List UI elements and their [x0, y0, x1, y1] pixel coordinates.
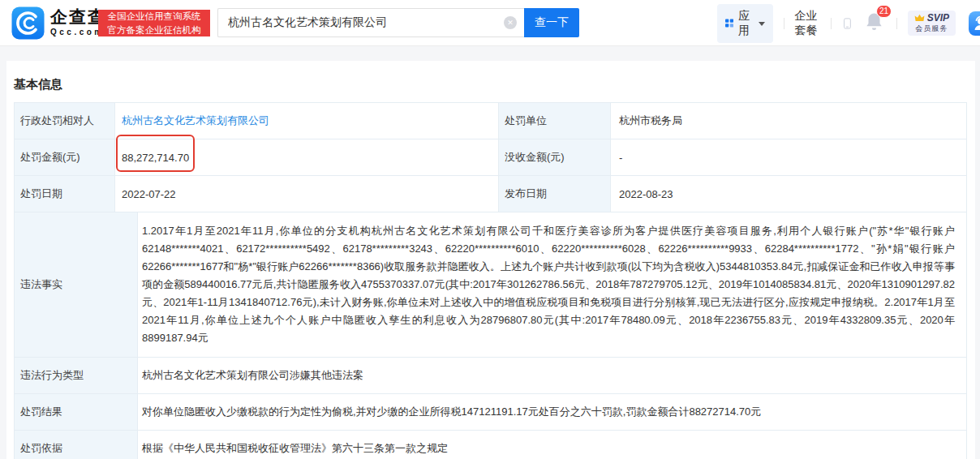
value-penalty-date: 2022-07-22 — [115, 176, 499, 212]
label-penalty-amount: 处罚金额(元) — [15, 139, 115, 176]
chevron-down-icon — [759, 22, 765, 26]
label-violation-type: 违法行为类型 — [15, 358, 138, 394]
label-penalty-basis: 处罚依据 — [15, 431, 138, 459]
search-bar: ✕ 查一下 — [217, 8, 579, 37]
value-penalty-authority: 杭州市税务局 — [611, 103, 967, 139]
header-nav: 应用 企业套餐 21 SVIP 会员服务 — [717, 0, 980, 46]
label-penalty-party: 行政处罚相对人 — [15, 103, 115, 139]
notifications-button[interactable]: 21 — [866, 12, 883, 34]
label-illegal-facts: 违法事实 — [15, 212, 138, 358]
crown-icon — [914, 14, 925, 22]
value-penalty-basis: 根据《中华人民共和国税收征收管理法》第六十三条第一款之规定 — [138, 431, 967, 459]
certification-line1: 全国企业信用查询系统 — [98, 10, 210, 24]
search-input[interactable] — [217, 8, 524, 37]
svip-subtitle: 会员服务 — [915, 24, 948, 33]
label-penalty-authority: 处罚单位 — [499, 103, 611, 139]
clear-search-icon[interactable]: ✕ — [504, 16, 517, 29]
apps-menu-button[interactable]: 应用 — [717, 4, 773, 43]
qcc-logo-icon[interactable] — [11, 6, 45, 40]
search-box: ✕ — [217, 8, 524, 37]
basic-info-table-top: 行政处罚相对人 杭州古名文化艺术策划有限公司 处罚单位 杭州市税务局 处罚金额(… — [14, 102, 967, 212]
divider — [831, 18, 832, 29]
search-button[interactable]: 查一下 — [524, 8, 579, 37]
value-penalty-result: 对你单位隐匿收入少缴税款的行为定性为偷税,并对少缴的企业所得税147121191… — [138, 394, 967, 431]
mobile-app-icon[interactable] — [844, 14, 851, 33]
enterprise-package-link[interactable]: 企业套餐 — [795, 9, 820, 38]
section-title: 基本信息 — [14, 77, 967, 92]
certification-badge: 全国企业信用查询系统 官方备案企业征信机构 — [98, 10, 210, 36]
svip-title: SVIP — [927, 13, 949, 23]
company-link[interactable]: 杭州古名文化艺术策划有限公司 — [122, 114, 269, 128]
divider — [896, 18, 897, 29]
divider — [784, 18, 784, 29]
label-penalty-result: 处罚结果 — [15, 394, 138, 431]
label-confiscated-amount: 没收金额(元) — [499, 139, 611, 176]
value-penalty-party: 杭州古名文化艺术策划有限公司 — [115, 103, 499, 139]
svip-member-button[interactable]: SVIP 会员服务 — [908, 11, 956, 36]
top-header: 企查查 Qcc.com 全国企业信用查询系统 官方备案企业征信机构 ✕ 查一下 … — [0, 0, 980, 46]
value-violation-type: 杭州古名文化艺术策划有限公司涉嫌其他违法案 — [138, 358, 967, 394]
value-penalty-amount: 88,272,714.70 — [115, 139, 499, 176]
value-illegal-facts: 1.2017年1月至2021年11月,你单位的分支机构杭州古名文化艺术策划有限公… — [138, 212, 967, 358]
value-publish-date: 2022-08-23 — [611, 176, 967, 212]
label-publish-date: 发布日期 — [499, 176, 611, 212]
basic-info-table-bottom: 违法事实 1.2017年1月至2021年11月,你单位的分支机构杭州古名文化艺术… — [14, 212, 967, 459]
apps-label: 应用 — [738, 9, 754, 38]
apps-grid-icon — [725, 17, 733, 29]
penalty-detail-card: 基本信息 行政处罚相对人 杭州古名文化艺术策划有限公司 处罚单位 杭州市税务局 … — [6, 61, 975, 459]
customer-service-icon[interactable] — [969, 11, 980, 36]
certification-line2: 官方备案企业征信机构 — [98, 24, 210, 37]
notification-count-badge: 21 — [876, 5, 892, 18]
value-confiscated-amount: - — [611, 139, 967, 176]
label-penalty-date: 处罚日期 — [15, 176, 115, 212]
